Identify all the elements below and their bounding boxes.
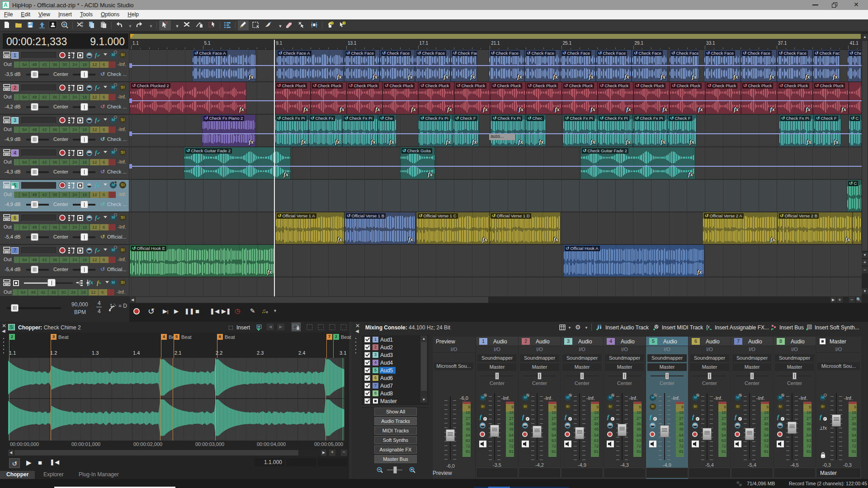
svg-text:?: ? [343,22,345,25]
svg-text:?: ? [331,22,333,25]
